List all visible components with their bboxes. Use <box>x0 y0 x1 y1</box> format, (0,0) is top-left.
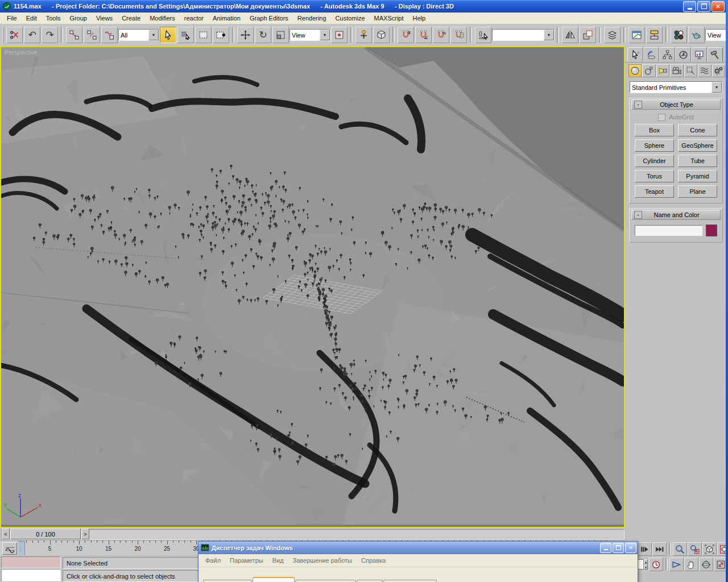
zoom-button[interactable] <box>673 542 687 556</box>
collapse-icon[interactable]: - <box>634 101 642 109</box>
schematic-view-button[interactable] <box>646 27 663 43</box>
select-by-name-button[interactable] <box>177 27 194 43</box>
rectangular-selection-region-button[interactable] <box>195 27 212 43</box>
object-type-button-plane[interactable]: Plane <box>678 185 717 198</box>
object-name-input[interactable] <box>635 225 702 236</box>
maxscript-mini-listener-input[interactable] <box>1 569 61 581</box>
task-manager-menu-item[interactable]: Завершение работы <box>288 556 357 565</box>
task-manager-tab-5[interactable]: Пользователи <box>383 580 437 582</box>
dropdown-arrow-icon[interactable]: ▼ <box>712 82 722 93</box>
select-object-button[interactable] <box>160 27 176 43</box>
perspective-viewport[interactable]: Perspective z y x <box>0 46 625 528</box>
dropdown-arrow-icon[interactable]: ▼ <box>148 30 159 40</box>
menu-item-help[interactable]: Help <box>408 14 431 23</box>
menu-item-animation[interactable]: Animation <box>208 14 245 23</box>
current-frame-marker[interactable] <box>18 541 25 556</box>
redo-button[interactable]: ↷ <box>42 27 58 43</box>
material-editor-button[interactable] <box>671 27 687 43</box>
category-geometry[interactable] <box>628 64 642 77</box>
go-to-end-button[interactable] <box>652 542 667 556</box>
task-manager-titlebar[interactable]: Диспетчер задач Windows ✕ <box>198 542 638 554</box>
tab-hierarchy[interactable] <box>659 47 675 62</box>
maxscript-mini-listener-macro[interactable] <box>1 556 61 568</box>
task-manager-menu-item[interactable]: Файл <box>201 556 225 565</box>
select-and-scale-button[interactable] <box>272 27 289 43</box>
task-manager-window[interactable]: Диспетчер задач Windows ✕ ФайлПараметрыВ… <box>198 541 638 582</box>
curve-editor-button[interactable] <box>628 27 645 43</box>
object-type-button-tube[interactable]: Tube <box>678 155 717 167</box>
dropdown-arrow-icon[interactable]: ▼ <box>544 30 554 40</box>
time-slider-button[interactable]: 0 / 100 <box>10 529 81 539</box>
object-type-button-torus[interactable]: Torus <box>635 170 674 182</box>
task-manager-menu-item[interactable]: Параметры <box>225 556 268 565</box>
percent-snap-toggle[interactable]: % <box>433 27 449 43</box>
object-type-button-pyramid[interactable]: Pyramid <box>678 170 717 182</box>
task-manager-maximize-button[interactable] <box>613 543 624 553</box>
tab-motion[interactable] <box>675 47 691 62</box>
render-type-dropdown[interactable]: View ▼ <box>705 29 728 41</box>
field-of-view-button[interactable] <box>669 558 684 571</box>
nodes-with-red-cross-icon[interactable] <box>6 27 23 43</box>
menu-item-reactor[interactable]: reactor <box>180 14 208 23</box>
menu-item-edit[interactable]: Edit <box>22 14 42 23</box>
object-type-button-geosphere[interactable]: GeoSphere <box>678 139 717 152</box>
arc-rotate-button[interactable] <box>699 558 713 571</box>
autogrid-checkbox[interactable] <box>658 114 665 121</box>
open-mini-curve-editor-button[interactable] <box>2 542 17 555</box>
unlink-selection-button[interactable] <box>84 27 100 43</box>
viewport-label[interactable]: Perspective <box>5 49 37 56</box>
current-frame-field[interactable] <box>638 559 644 569</box>
toolbar-drag-handle[interactable] <box>3 27 4 44</box>
menu-item-group[interactable]: Group <box>65 14 92 23</box>
restore-button[interactable] <box>697 1 710 12</box>
layer-manager-button[interactable] <box>604 27 621 43</box>
tab-utilities[interactable] <box>707 47 723 62</box>
menu-item-views[interactable]: Views <box>92 14 117 23</box>
zoom-extents-button[interactable] <box>702 542 717 556</box>
tab-display[interactable] <box>691 47 707 62</box>
collapse-icon[interactable]: - <box>634 211 642 219</box>
select-and-manipulate-button[interactable] <box>355 27 372 43</box>
category-helpers[interactable] <box>684 64 697 77</box>
bind-to-spacewarp-button[interactable] <box>101 27 118 43</box>
reference-coordinate-system-dropdown[interactable]: View ▼ <box>289 29 330 41</box>
menu-item-tools[interactable]: Tools <box>42 14 65 23</box>
primitive-category-dropdown[interactable]: Standard Primitives ▼ <box>630 81 722 93</box>
undo-button[interactable]: ↶ <box>24 27 40 43</box>
object-color-swatch[interactable] <box>706 225 717 236</box>
align-button[interactable] <box>580 27 596 43</box>
render-scene-button[interactable] <box>688 27 705 43</box>
object-type-button-sphere[interactable]: Sphere <box>635 139 674 152</box>
menu-item-maxscript[interactable]: MAXScript <box>370 14 408 23</box>
select-and-rotate-button[interactable]: ↻ <box>255 27 271 43</box>
zoom-all-button[interactable] <box>688 542 702 556</box>
task-manager-minimize-button[interactable] <box>600 543 611 553</box>
task-manager-tab-2[interactable]: Процессы <box>253 577 294 582</box>
menu-item-graph-editors[interactable]: Graph Editors <box>245 14 293 23</box>
previous-frame-arrow[interactable]: < <box>2 529 10 539</box>
select-and-link-button[interactable] <box>66 27 82 43</box>
frame-spinner[interactable]: ▲▼ <box>644 559 648 569</box>
mirror-button[interactable] <box>562 27 578 43</box>
name-and-color-rollout-header[interactable]: - Name and Color <box>631 210 721 220</box>
pan-view-button[interactable] <box>684 558 698 571</box>
task-manager-tab-1[interactable]: Приложения <box>203 580 252 582</box>
spinner-snap-toggle[interactable] <box>450 27 467 43</box>
named-selection-sets-dropdown[interactable]: ▼ <box>492 29 555 41</box>
dropdown-arrow-icon[interactable]: ▼ <box>320 30 330 40</box>
object-type-button-cone[interactable]: Cone <box>678 124 717 136</box>
use-pivot-point-center-button[interactable] <box>331 27 348 43</box>
select-and-move-button[interactable] <box>237 27 254 43</box>
tab-modify[interactable] <box>643 47 659 62</box>
keyboard-shortcut-override-toggle[interactable] <box>373 27 390 43</box>
menu-item-create[interactable]: Create <box>117 14 145 23</box>
category-spacewarps[interactable] <box>698 64 711 77</box>
tab-create[interactable] <box>627 47 643 62</box>
minimize-button[interactable] <box>683 1 696 12</box>
object-type-button-teapot[interactable]: Teapot <box>635 185 674 198</box>
key-mode-toggle[interactable] <box>649 558 663 571</box>
category-cameras[interactable] <box>670 64 683 77</box>
task-manager-close-button[interactable]: ✕ <box>625 543 636 553</box>
next-frame-arrow[interactable]: > <box>81 529 89 539</box>
category-lights[interactable] <box>656 64 669 77</box>
